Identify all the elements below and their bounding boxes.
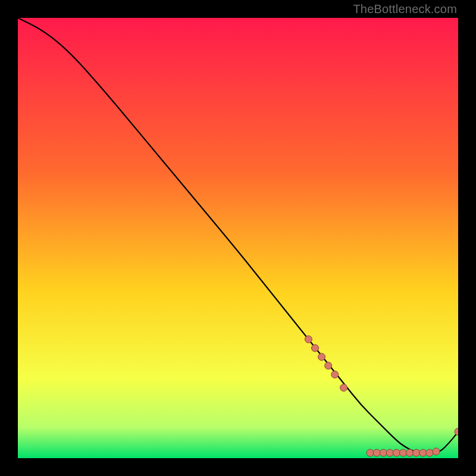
data-marker xyxy=(433,448,440,455)
data-marker xyxy=(331,371,339,378)
watermark-text: TheBottleneck.com xyxy=(353,2,457,16)
data-marker xyxy=(380,449,387,456)
data-marker xyxy=(426,449,433,456)
bottleneck-chart xyxy=(18,18,458,458)
gradient-background xyxy=(18,18,458,458)
data-marker xyxy=(373,449,380,456)
data-marker xyxy=(386,449,393,456)
data-marker xyxy=(305,336,312,343)
data-marker xyxy=(406,449,414,456)
data-marker xyxy=(367,449,374,456)
data-marker xyxy=(318,353,325,361)
data-marker xyxy=(340,384,347,392)
data-marker xyxy=(325,362,332,369)
data-marker xyxy=(400,449,407,456)
chart-frame xyxy=(18,18,458,458)
data-marker xyxy=(393,449,400,456)
data-marker xyxy=(413,449,420,456)
data-marker xyxy=(419,449,427,456)
data-marker xyxy=(312,345,319,352)
